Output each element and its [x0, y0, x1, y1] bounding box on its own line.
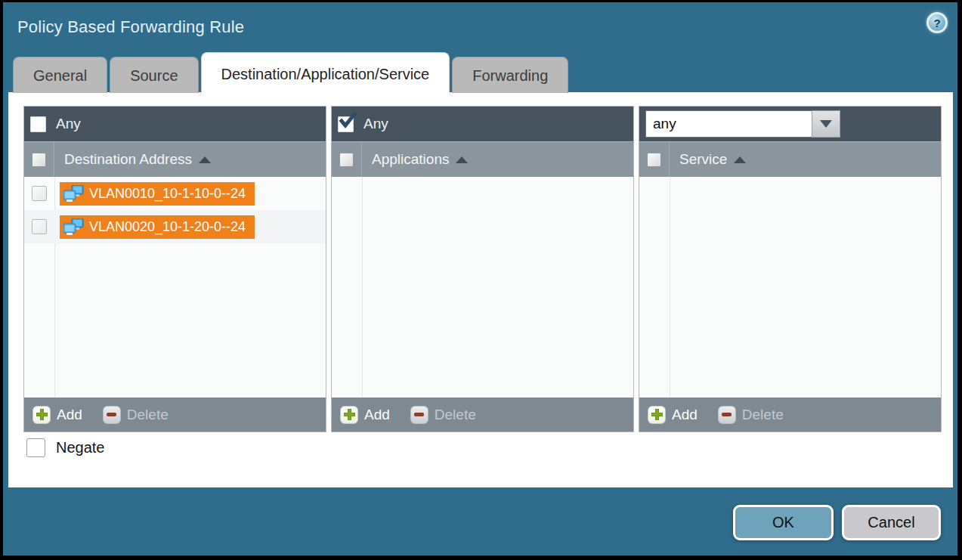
- tab-bar: General Source Destination/Application/S…: [13, 52, 952, 93]
- applications-panel: Any Applications: [331, 106, 634, 432]
- add-label: Add: [672, 407, 698, 423]
- column-separator: [670, 177, 670, 398]
- service-panel: any Service: [639, 106, 942, 432]
- add-plus-icon: [340, 406, 358, 424]
- applications-any-label: Any: [363, 116, 388, 132]
- destination-any-row: Any: [24, 107, 326, 141]
- applications-delete-button[interactable]: Delete: [410, 406, 476, 424]
- table-row: VLAN0020_10-1-20-0--24: [24, 210, 326, 243]
- delete-label: Delete: [742, 407, 784, 423]
- destination-header-row: Destination Address: [24, 141, 326, 177]
- service-any-row: any: [639, 107, 941, 141]
- delete-minus-icon: [103, 406, 121, 424]
- column-separator: [362, 177, 363, 398]
- table-row: VLAN0010_10-1-10-0--24: [24, 177, 326, 210]
- add-plus-icon: [648, 406, 666, 424]
- delete-minus-icon: [718, 406, 736, 424]
- destination-item-label: VLAN0010_10-1-10-0--24: [89, 186, 246, 202]
- add-plus-icon: [32, 406, 51, 424]
- add-label: Add: [364, 407, 390, 423]
- destination-list: VLAN0010_10-1-10-0--24: [24, 177, 326, 398]
- service-selectall-checkbox[interactable]: [647, 153, 661, 167]
- applications-selectall-checkbox[interactable]: [339, 153, 354, 167]
- service-toolbar: Add Delete: [639, 398, 941, 432]
- tab-source[interactable]: Source: [110, 57, 198, 93]
- titlebar: Policy Based Forwarding Rule ?: [3, 2, 957, 49]
- destination-row1-checkbox[interactable]: [32, 186, 47, 201]
- screenshot-frame: Policy Based Forwarding Rule ? General S…: [0, 0, 962, 560]
- chevron-down-icon: [820, 120, 832, 128]
- add-label: Add: [57, 407, 82, 423]
- sort-asc-icon[interactable]: [199, 156, 211, 163]
- service-add-button[interactable]: Add: [648, 406, 698, 424]
- tab-content: Any Destination Address: [8, 92, 953, 487]
- negate-checkbox[interactable]: [26, 438, 45, 457]
- delete-label: Delete: [127, 407, 169, 423]
- destination-address-panel: Any Destination Address: [23, 106, 326, 432]
- dialog-buttons: OK Cancel: [733, 505, 941, 540]
- help-glyph: ?: [933, 17, 940, 29]
- ok-button[interactable]: OK: [733, 505, 834, 540]
- destination-any-checkbox[interactable]: [30, 116, 46, 132]
- destination-item-label: VLAN0020_10-1-20-0--24: [89, 219, 246, 235]
- applications-header-row: Applications: [332, 141, 633, 177]
- destination-delete-button[interactable]: Delete: [103, 406, 169, 424]
- destination-item-vlan0020[interactable]: VLAN0020_10-1-20-0--24: [60, 215, 255, 239]
- service-dropdown-button[interactable]: [812, 110, 840, 138]
- destination-header-label[interactable]: Destination Address: [64, 151, 192, 168]
- destination-any-label: Any: [56, 116, 81, 132]
- destination-selectall-checkbox[interactable]: [32, 153, 46, 167]
- applications-header-label[interactable]: Applications: [372, 151, 449, 168]
- sort-asc-icon[interactable]: [734, 156, 746, 163]
- applications-toolbar: Add Delete: [332, 398, 633, 432]
- service-dropdown-value[interactable]: any: [645, 110, 812, 138]
- service-dropdown[interactable]: any: [645, 110, 840, 138]
- dialog-title: Policy Based Forwarding Rule: [17, 17, 244, 37]
- cancel-button[interactable]: Cancel: [842, 505, 941, 540]
- applications-add-button[interactable]: Add: [340, 406, 390, 424]
- tab-forwarding[interactable]: Forwarding: [452, 57, 568, 93]
- network-address-icon: [63, 218, 84, 236]
- applications-any-checkbox[interactable]: [338, 116, 354, 132]
- applications-list: [332, 177, 633, 398]
- columns: Any Destination Address: [23, 106, 942, 432]
- checkmark-icon: [339, 113, 357, 131]
- service-header-label[interactable]: Service: [679, 151, 727, 168]
- network-address-icon: [63, 185, 84, 203]
- service-header-row: Service: [639, 141, 941, 177]
- delete-minus-icon: [410, 406, 428, 424]
- service-list: [639, 177, 941, 398]
- service-delete-button[interactable]: Delete: [718, 406, 784, 424]
- tab-general[interactable]: General: [13, 57, 107, 93]
- delete-label: Delete: [435, 407, 476, 423]
- destination-add-button[interactable]: Add: [32, 406, 82, 424]
- pbf-rule-dialog: Policy Based Forwarding Rule ? General S…: [3, 2, 957, 555]
- tab-destination-application-service[interactable]: Destination/Application/Service: [201, 52, 450, 93]
- destination-row2-checkbox[interactable]: [32, 219, 47, 234]
- negate-label: Negate: [56, 439, 105, 456]
- destination-toolbar: Add Delete: [24, 398, 326, 432]
- destination-item-vlan0010[interactable]: VLAN0010_10-1-10-0--24: [60, 182, 255, 206]
- sort-asc-icon[interactable]: [456, 156, 468, 163]
- help-icon[interactable]: ?: [926, 12, 948, 33]
- applications-any-row: Any: [332, 107, 633, 141]
- negate-row: Negate: [26, 438, 105, 457]
